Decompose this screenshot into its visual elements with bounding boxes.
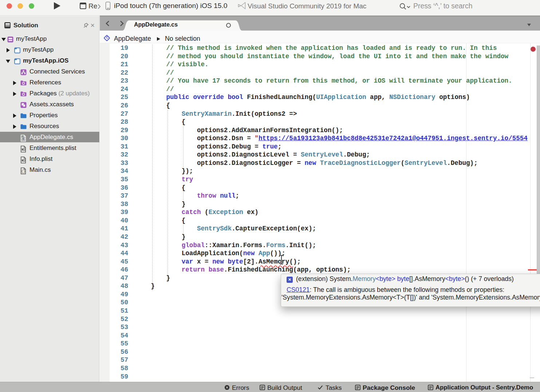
svg-text:{}: {} — [21, 137, 25, 141]
svg-text:{}: {} — [21, 170, 25, 174]
